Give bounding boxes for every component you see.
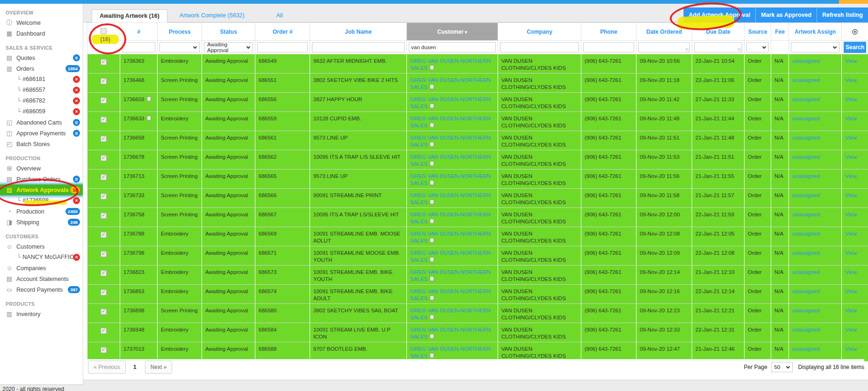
customer-link[interactable]: GREG VAN DUSEN-NORTHERN SALES (410, 212, 491, 224)
col-header-order[interactable]: Order # (255, 23, 310, 41)
tab-awaiting-artwork[interactable]: Awaiting Artwork (16) (92, 9, 167, 22)
assign-link[interactable]: unassigned (792, 346, 820, 352)
customer-link[interactable]: GREG VAN DUSEN-NORTHERN SALES (410, 77, 491, 90)
customer-link[interactable]: GREG VAN DUSEN-NORTHERN SALES (410, 288, 491, 301)
tab-all[interactable]: All (269, 9, 290, 22)
sidebar-item-shipping[interactable]: ◨Shipping246 (0, 217, 83, 228)
sidebar-item--686181[interactable]: #686181✕ (0, 74, 83, 85)
assign-link[interactable]: unassigned (792, 308, 820, 313)
phone-filter-input[interactable] (583, 42, 634, 52)
assign-link[interactable]: unassigned (792, 250, 820, 256)
view-link[interactable]: View (845, 192, 857, 198)
company-filter-input[interactable] (500, 42, 579, 52)
row-checkbox[interactable] (101, 59, 107, 65)
col-header-job-name[interactable]: Job Name (310, 23, 407, 41)
customer-link[interactable]: GREG VAN DUSEN-NORTHERN SALES (410, 231, 491, 243)
col-header-status[interactable]: Status (202, 23, 255, 41)
view-link[interactable]: View (845, 96, 857, 102)
view-link[interactable]: View (845, 135, 857, 140)
row-checkbox[interactable] (101, 347, 107, 353)
row-checkbox[interactable] (101, 213, 107, 219)
next-page-button[interactable]: Next » (145, 361, 173, 374)
previous-page-button[interactable]: « Previous (88, 361, 126, 374)
customer-filter-input[interactable] (409, 42, 496, 52)
view-link[interactable]: View (845, 308, 857, 313)
customer-link[interactable]: GREG VAN DUSEN-NORTHERN SALES (410, 308, 491, 320)
view-link[interactable]: View (845, 327, 857, 332)
sidebar-item-account-statements[interactable]: ▤Account Statements (0, 273, 83, 284)
col-header-artwork-assign[interactable]: Artwork Assign (789, 23, 842, 41)
order-filter-input[interactable] (257, 42, 308, 52)
view-link[interactable]: View (845, 154, 857, 160)
add-artwork-approval-button[interactable]: Add Artwork Approval (683, 7, 756, 22)
view-link[interactable]: View (845, 58, 857, 64)
source-filter-select[interactable] (746, 42, 769, 52)
col-header-date-ordered[interactable]: Date Ordered (637, 23, 692, 41)
assign-link[interactable]: unassigned (792, 77, 820, 83)
customer-link[interactable]: GREG VAN DUSEN-NORTHERN SALES (410, 154, 491, 167)
sidebar-item-quotes[interactable]: ▤Quotes0 (0, 52, 83, 63)
assign-link[interactable]: unassigned (792, 58, 820, 64)
customer-link[interactable]: GREG VAN DUSEN-NORTHERN SALES (410, 250, 491, 263)
sidebar-item-orders[interactable]: ▥Orders1954 (0, 63, 83, 74)
view-link[interactable]: View (845, 231, 857, 236)
sidebar-item-abandoned-carts[interactable]: ◱Abandoned Carts0 (0, 117, 83, 128)
customer-link[interactable]: GREG VAN DUSEN-NORTHERN SALES (410, 116, 491, 128)
status-filter-select[interactable]: Awaiting Approval (204, 42, 253, 52)
assign-link[interactable]: unassigned (792, 116, 820, 121)
row-checkbox[interactable] (101, 155, 107, 161)
customer-link[interactable]: GREG VAN DUSEN-NORTHERN SALES (410, 135, 491, 148)
view-link[interactable]: View (845, 269, 857, 275)
col-header-phone[interactable]: Phone (581, 23, 637, 41)
sidebar-item-inventory[interactable]: ▥Inventory (0, 309, 83, 319)
sidebar-item-record-payments[interactable]: ▭Record Payments397 (0, 284, 83, 295)
view-link[interactable]: View (845, 250, 857, 256)
row-checkbox[interactable] (101, 174, 107, 180)
view-link[interactable]: View (845, 116, 857, 121)
customer-link[interactable]: GREG VAN DUSEN-NORTHERN SALES (410, 192, 491, 205)
sidebar-item-companies[interactable]: ☺Companies (0, 263, 83, 273)
assign-link[interactable]: unassigned (792, 96, 820, 102)
sidebar-item-approve-payments[interactable]: ◫Approve Payments0 (0, 128, 83, 139)
row-checkbox[interactable] (101, 328, 107, 334)
mark-as-approved-button[interactable]: Mark as Approved (755, 7, 817, 22)
assign-link[interactable]: unassigned (792, 327, 820, 332)
assign-link[interactable]: unassigned (792, 192, 820, 198)
assign-link[interactable]: unassigned (792, 135, 820, 140)
assign-link[interactable]: unassigned (792, 212, 820, 217)
date-ordered-filter-input[interactable] (638, 42, 690, 52)
id-filter-input[interactable] (122, 42, 155, 52)
row-checkbox[interactable] (101, 309, 107, 315)
sidebar-item-nancy-mcgaffic[interactable]: NANCY McGAFFIC✕ (0, 252, 83, 263)
sidebar-item-overview[interactable]: ⊞Overview (0, 163, 83, 174)
view-link[interactable]: View (845, 173, 857, 179)
sidebar-item-dashboard[interactable]: ▦Dashboard (0, 28, 83, 39)
col-header-id[interactable]: # (120, 23, 158, 41)
assign-link[interactable]: unassigned (792, 269, 820, 275)
row-checkbox[interactable] (101, 232, 107, 238)
select-all-checkbox[interactable] (101, 28, 107, 34)
customer-link[interactable]: GREG VAN DUSEN-NORTHERN SALES (410, 346, 491, 359)
per-page-select[interactable]: 50 (771, 362, 793, 372)
col-header-process[interactable]: Process (158, 23, 202, 41)
assign-link[interactable]: unassigned (792, 288, 820, 294)
sidebar-item-customers[interactable]: ☺Customers (0, 241, 83, 252)
col-header-due-date[interactable]: Due Date (692, 23, 745, 41)
sidebar-item--686557[interactable]: #686557✕ (0, 85, 83, 96)
view-link[interactable]: View (845, 288, 857, 294)
process-filter-select[interactable] (159, 42, 200, 52)
refresh-listing-button[interactable]: Refresh listing (817, 7, 868, 22)
row-checkbox[interactable] (101, 289, 107, 295)
sidebar-item-batch-stores[interactable]: ◰Batch Stores (0, 139, 83, 149)
col-header-company[interactable]: Company (498, 23, 581, 41)
row-checkbox[interactable] (101, 251, 107, 257)
artwork-assign-filter-select[interactable] (791, 42, 839, 52)
row-checkbox[interactable] (101, 270, 107, 276)
col-header-customer[interactable]: Customer (407, 23, 498, 41)
sidebar-item--686059[interactable]: #686059✕ (0, 106, 83, 117)
assign-link[interactable]: unassigned (792, 231, 820, 236)
row-checkbox[interactable] (101, 136, 107, 142)
assign-link[interactable]: unassigned (792, 173, 820, 179)
view-link[interactable]: View (845, 212, 857, 217)
col-header-fee[interactable]: Fee (771, 23, 789, 41)
